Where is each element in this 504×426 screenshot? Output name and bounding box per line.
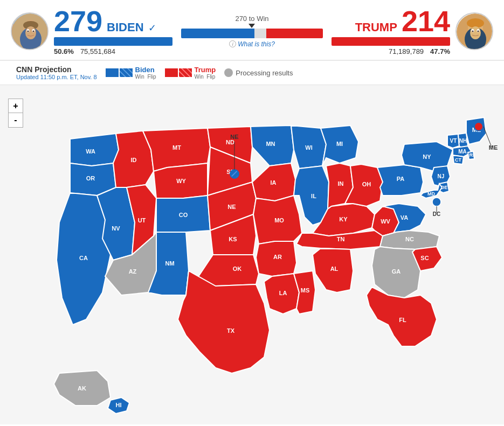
- state-label-tx: TX: [227, 327, 235, 334]
- svg-point-13: [470, 26, 481, 39]
- state-tx[interactable]: [178, 271, 270, 373]
- trump-votes: 71,189,789: [389, 47, 424, 55]
- legend-updated: Updated 11:50 p.m. ET, Nov. 8: [16, 74, 97, 80]
- biden-name: BIDEN: [107, 20, 143, 34]
- state-label-il: IL: [311, 193, 316, 199]
- state-label-ak: AK: [78, 385, 86, 392]
- biden-legend-label: Biden: [135, 66, 156, 74]
- state-label-ny: NY: [423, 153, 431, 160]
- state-label-al: AL: [330, 266, 339, 272]
- bar-remaining: [254, 29, 266, 38]
- state-label-ia: IA: [271, 179, 277, 186]
- me-split-indicator: [474, 122, 483, 131]
- state-label-la: LA: [279, 290, 287, 296]
- biden-win-box: [106, 68, 119, 77]
- header: 279 BIDEN ✓ 50.6% 75,551,684 270 to Win …: [0, 0, 504, 61]
- biden-votes: 75,551,684: [80, 47, 115, 55]
- state-label-nv: NV: [112, 225, 120, 232]
- state-label-pa: PA: [397, 176, 405, 182]
- biden-flip-box: [120, 68, 133, 77]
- legend-biden: Biden Win Flip: [106, 66, 156, 80]
- zoom-in-button[interactable]: +: [9, 99, 23, 113]
- state-label-in: IN: [338, 180, 344, 187]
- zoom-controls: + -: [8, 99, 23, 128]
- trump-win-box: [165, 68, 178, 77]
- biden-section: 279 BIDEN ✓ 50.6% 75,551,684: [11, 6, 181, 55]
- state-label-ok: OK: [233, 266, 242, 272]
- state-label-wa: WA: [86, 148, 95, 155]
- state-label-md: MD: [427, 191, 435, 197]
- what-is-this-link[interactable]: What is this?: [238, 40, 275, 48]
- state-dc[interactable]: [432, 198, 441, 206]
- biden-pct: 50.6%: [54, 47, 74, 55]
- trump-name: TRUMP: [355, 20, 397, 34]
- ne-split-label: NE: [230, 134, 238, 140]
- me-label-2: ME: [489, 144, 498, 151]
- state-label-oh: OH: [362, 181, 371, 187]
- state-label-wi: WI: [305, 144, 312, 151]
- info-icon: i: [229, 40, 236, 47]
- state-label-nc: NC: [405, 236, 414, 242]
- biden-win-flip-labels: Win Flip: [135, 74, 156, 80]
- state-label-nj: NJ: [438, 173, 445, 179]
- state-label-nm: NM: [165, 260, 174, 267]
- state-label-or: OR: [86, 175, 95, 181]
- trump-pct: 47.7%: [430, 47, 450, 55]
- state-label-ky: KY: [339, 216, 348, 222]
- svg-point-17: [477, 30, 479, 32]
- state-label-ks: KS: [229, 236, 237, 242]
- trump-score: 214: [402, 6, 450, 36]
- state-label-fl: FL: [399, 317, 406, 323]
- bar-biden: [181, 29, 255, 38]
- state-label-va: VA: [401, 214, 409, 221]
- svg-line-24: [484, 127, 492, 147]
- biden-verified-icon: ✓: [148, 22, 156, 34]
- state-label-nh: NH: [459, 138, 467, 144]
- legend-trump: Trump Win Flip: [165, 66, 216, 80]
- state-label-mn: MN: [266, 141, 275, 147]
- state-label-ct: CT: [455, 157, 461, 163]
- bar-marker: [248, 24, 255, 28]
- progress-bar: [181, 29, 323, 38]
- trump-section: TRUMP 214 71,189,789 47.7%: [323, 6, 493, 55]
- state-label-wv: WV: [381, 218, 390, 225]
- progress-section: 270 to Win i What is this?: [181, 15, 323, 48]
- state-label-vt: VT: [450, 138, 457, 144]
- legend-processing: Processing results: [224, 68, 293, 77]
- bar-trump: [266, 29, 323, 38]
- win-threshold-label: 270 to Win: [235, 15, 268, 23]
- svg-point-4: [25, 26, 36, 39]
- state-label-ma: MA: [458, 149, 467, 155]
- state-label-co: CO: [179, 212, 188, 218]
- us-election-map: WA OR CA ID NV MT WY UT CO AZ NM ND: [27, 88, 501, 422]
- biden-info: 279 BIDEN ✓ 50.6% 75,551,684: [54, 6, 172, 55]
- processing-circle-icon: [224, 68, 233, 77]
- legend-title: CNN Projection: [16, 65, 97, 74]
- svg-point-8: [33, 30, 34, 32]
- state-label-hi: HI: [116, 402, 122, 408]
- state-label-mi: MI: [336, 141, 343, 147]
- state-label-ut: UT: [138, 217, 146, 224]
- zoom-out-button[interactable]: -: [9, 113, 23, 127]
- processing-label: Processing results: [236, 69, 293, 77]
- state-label-tn: TN: [337, 236, 345, 242]
- trump-info: TRUMP 214 71,189,789 47.7%: [332, 6, 450, 55]
- trump-win-flip-labels: Win Flip: [195, 74, 216, 80]
- map-section: + - WA OR CA ID NV MT: [0, 85, 504, 424]
- state-label-id: ID: [131, 157, 137, 163]
- svg-point-7: [27, 30, 29, 32]
- state-label-ms: MS: [301, 287, 310, 294]
- state-label-ga: GA: [392, 268, 401, 275]
- state-label-sc: SC: [420, 255, 429, 261]
- trump-flip-box: [179, 68, 192, 77]
- state-label-ca: CA: [79, 255, 88, 261]
- state-label-mo: MO: [274, 217, 284, 224]
- trump-avatar: [455, 12, 493, 50]
- biden-score: 279: [54, 6, 102, 36]
- legend-bar: CNN Projection Updated 11:50 p.m. ET, No…: [0, 61, 504, 85]
- state-label-ar: AR: [273, 254, 282, 260]
- state-label-mt: MT: [172, 144, 181, 151]
- state-label-wy: WY: [176, 178, 186, 184]
- biden-avatar: [11, 12, 49, 50]
- state-label-ne: NE: [227, 204, 236, 210]
